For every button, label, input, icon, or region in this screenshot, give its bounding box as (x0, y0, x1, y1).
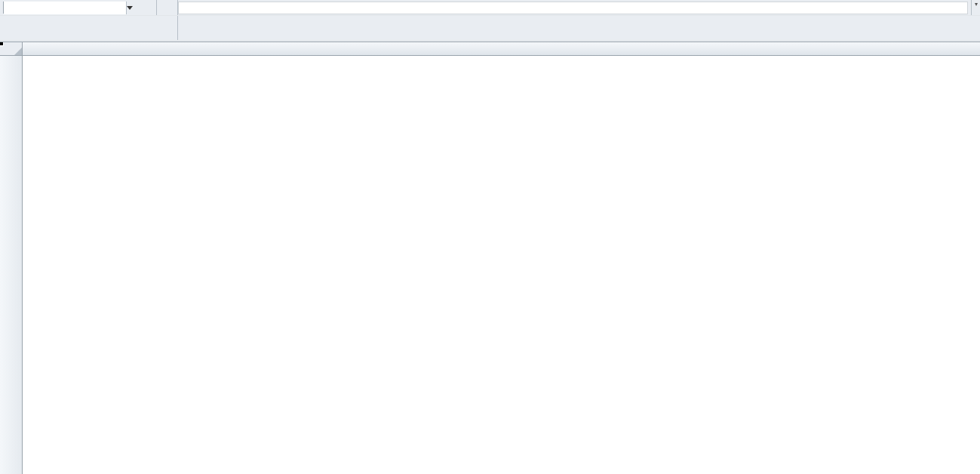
name-box-wrap (3, 2, 103, 14)
row-headers (0, 56, 23, 474)
chevron-down-icon: ▾ (975, 2, 978, 8)
select-all-icon (14, 48, 22, 55)
cells-area[interactable] (23, 56, 980, 474)
select-all-corner[interactable] (0, 42, 23, 56)
formula-bar: ▾ (0, 0, 980, 42)
formula-bar-pad2 (178, 16, 980, 40)
formula-bar-expand[interactable]: ▾ (971, 0, 980, 15)
sheet-area (0, 42, 980, 474)
fx-button[interactable] (157, 0, 178, 15)
spreadsheet-app: ▾ (0, 0, 980, 474)
formula-bar-pad (0, 16, 178, 40)
formula-buttons-spacer (103, 0, 157, 15)
formula-input[interactable] (178, 2, 968, 14)
column-headers (23, 42, 980, 56)
